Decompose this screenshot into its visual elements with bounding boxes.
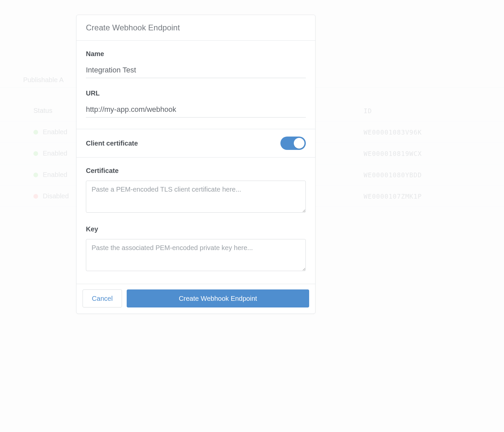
key-label: Key [86,225,306,233]
create-webhook-button[interactable]: Create Webhook Endpoint [127,289,309,307]
toggle-knob-icon [294,138,304,149]
create-webhook-modal: Create Webhook Endpoint Name URL Client … [76,15,316,314]
client-cert-toggle-row: Client certificate [77,129,315,158]
key-textarea[interactable] [86,239,306,271]
name-input[interactable] [86,64,306,78]
modal-header: Create Webhook Endpoint [77,15,315,41]
certificate-textarea[interactable] [86,181,306,213]
name-label: Name [86,50,306,58]
modal-title: Create Webhook Endpoint [86,23,306,32]
client-cert-label: Client certificate [86,140,138,147]
modal-basic-section: Name URL [77,41,315,129]
certificate-label: Certificate [86,167,306,175]
modal-cert-section: Certificate Key [77,158,315,284]
modal-footer: Cancel Create Webhook Endpoint [77,284,315,313]
url-input[interactable] [86,103,306,118]
url-label: URL [86,89,306,97]
client-cert-toggle[interactable] [280,137,306,150]
cancel-button[interactable]: Cancel [83,289,122,307]
